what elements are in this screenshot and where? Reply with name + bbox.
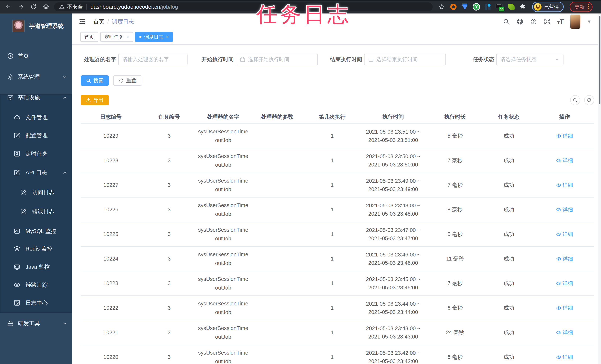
edit-square-icon (14, 132, 20, 139)
cell-job-status: 成功 (483, 247, 535, 271)
job-status-select[interactable]: 请选择任务状态 (496, 54, 563, 65)
sidebar-item-error-log[interactable]: 错误日志 (0, 202, 72, 221)
user-avatar[interactable] (570, 14, 581, 29)
close-icon[interactable]: × (166, 35, 169, 39)
cell-handler-name: sysUserSessionTimeoutJob (197, 173, 249, 197)
extension-leaf-icon[interactable] (508, 3, 515, 10)
security-label[interactable]: 不安全 (67, 3, 83, 10)
detail-link[interactable]: 详细 (556, 157, 573, 164)
table-header: 日志编号 任务编号 处理器的名字 处理器的参数 第几次执行 执行时间 执行时长 … (81, 110, 594, 124)
detail-link[interactable]: 详细 (556, 206, 573, 213)
cell-exec-time: 2021-05-03 23:48:00 ~ 2021-05-03 23:48:0… (359, 198, 427, 222)
cell-log-id: 10227 (81, 173, 141, 197)
github-icon[interactable] (516, 18, 524, 25)
profile-emoji-avatar (534, 3, 541, 10)
help-icon[interactable] (530, 18, 537, 25)
cell-exec-index: 1 (305, 173, 359, 197)
scrollbar-thumb[interactable] (599, 16, 601, 104)
detail-link[interactable]: 详细 (556, 255, 573, 262)
sidebar-logo[interactable]: 芋道管理系统 (0, 16, 72, 36)
browser-update-button[interactable]: 更新 (570, 2, 592, 12)
hamburger-icon[interactable] (79, 18, 86, 25)
font-size-icon[interactable]: TT (557, 18, 564, 25)
extension-on-icon[interactable]: on (495, 3, 504, 10)
table-row: 10228 3 sysUserSessionTimeoutJob 1 2021-… (81, 148, 594, 173)
extension-green-y-icon[interactable]: Y (473, 3, 480, 10)
browser-menu-icon[interactable] (588, 4, 589, 10)
sidebar-item-api-log[interactable]: API 日志 (0, 163, 72, 182)
profile-chip[interactable]: 已暂停 (532, 2, 564, 12)
sidebar-item-system[interactable]: 系统管理 (0, 68, 72, 86)
detail-link[interactable]: 详细 (556, 182, 573, 189)
refresh-button[interactable] (584, 95, 594, 105)
sidebar-item-log-center[interactable]: 日志中心 (0, 293, 72, 312)
extension-gem-icon[interactable] (461, 3, 469, 10)
col-handler-param: 处理器的参数 (249, 110, 305, 123)
breadcrumb-home[interactable]: 首页 (93, 18, 104, 26)
cell-handler-param (249, 247, 305, 271)
url-path[interactable]: /job/log (160, 4, 178, 10)
sidebar-item-file-management[interactable]: 文件管理 (0, 108, 72, 127)
cell-exec-duration: 11 毫秒 (427, 247, 483, 271)
home-icon[interactable] (42, 3, 50, 11)
cell-handler-name: sysUserSessionTimeoutJob (197, 124, 249, 148)
cell-job-id: 3 (141, 320, 197, 344)
sidebar-item-mysql-monitor[interactable]: MySQL 监控 (0, 222, 72, 240)
caret-down-icon[interactable]: ▼ (587, 19, 591, 24)
bookmark-star-icon[interactable] (438, 3, 446, 11)
cell-handler-param (249, 148, 305, 172)
sidebar-item-java-monitor[interactable]: Java 监控 (0, 258, 72, 276)
cell-exec-time: 2021-05-03 23:50:00 ~ 2021-05-03 23:50:0… (359, 148, 427, 172)
sidebar-item-home[interactable]: 首页 (0, 47, 72, 65)
search-button[interactable]: 搜索 (81, 75, 109, 86)
detail-link[interactable]: 详细 (556, 280, 573, 287)
fullscreen-icon[interactable] (543, 18, 551, 25)
cell-job-id: 3 (141, 296, 197, 320)
sidebar-item-config-management[interactable]: 配置管理 (0, 126, 72, 145)
extension-blocks-icon[interactable] (484, 3, 491, 10)
search-icon[interactable] (502, 18, 510, 25)
sidebar-item-scheduled-jobs[interactable]: 定时任务 (0, 144, 72, 163)
url-host[interactable]: dashboard.yudao.iocoder.cn (90, 4, 160, 10)
sidebar-item-dev-tools[interactable]: 研发工具 (0, 314, 72, 333)
detail-link[interactable]: 详细 (556, 354, 573, 361)
url-bar[interactable]: 不安全 dashboard.yudao.iocoder.cn/job/log (54, 2, 433, 11)
cell-log-id: 10221 (81, 320, 141, 344)
table-row: 10220 3 sysUserSessionTimeoutJob 1 2021-… (81, 345, 594, 364)
calendar-icon (240, 57, 245, 62)
cell-exec-duration: 8 毫秒 (427, 198, 483, 222)
cell-actions: 详细 (535, 148, 594, 172)
eye-icon (556, 182, 561, 188)
monitor-check-icon (7, 94, 14, 101)
end-time-input[interactable]: 选择结束执行时间 (364, 54, 446, 65)
tab-home[interactable]: 首页 (80, 32, 98, 42)
detail-link[interactable]: 详细 (556, 304, 573, 312)
detail-link[interactable]: 详细 (556, 329, 573, 336)
extension-orange-icon[interactable] (450, 3, 457, 10)
sidebar-item-access-log[interactable]: 访问日志 (0, 183, 72, 202)
toggle-search-button[interactable] (570, 95, 580, 105)
sidebar-item-infrastructure[interactable]: 基础设施 (0, 88, 72, 107)
page-scrollbar[interactable] (598, 13, 601, 364)
start-time-input[interactable]: 选择开始执行时间 (236, 54, 318, 65)
back-icon[interactable] (4, 3, 12, 11)
insecure-warning-icon[interactable] (59, 4, 65, 10)
eye-icon (556, 207, 561, 212)
tab-job-log[interactable]: 调度日志 × (135, 32, 173, 42)
detail-link[interactable]: 详细 (556, 231, 573, 238)
tab-scheduled-jobs[interactable]: 定时任务 × (100, 32, 133, 42)
cell-handler-param (249, 173, 305, 197)
sidebar-item-tracing[interactable]: 链路追踪 (0, 276, 72, 294)
cell-actions: 详细 (535, 320, 594, 344)
detail-link[interactable]: 详细 (556, 132, 573, 140)
close-icon[interactable]: × (126, 35, 129, 39)
handler-name-input[interactable]: 请输入处理器的名字 (118, 54, 188, 65)
reload-icon[interactable] (30, 3, 37, 11)
sidebar-item-redis-monitor[interactable]: Redis 监控 (0, 240, 72, 258)
reset-button[interactable]: 重置 (113, 75, 142, 86)
export-button[interactable]: 导出 (81, 95, 109, 105)
extensions-puzzle-icon[interactable] (519, 3, 527, 10)
table-row: 10221 3 sysUserSessionTimeoutJob 1 2021-… (81, 320, 594, 345)
cell-job-id: 3 (141, 222, 197, 246)
forward-icon[interactable] (17, 3, 25, 11)
